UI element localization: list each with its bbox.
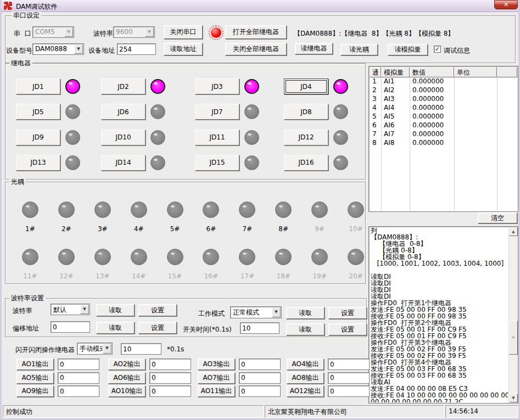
model-label: 设备型号: [6, 46, 32, 55]
work-mode-select[interactable]: 正常模式 ▼: [230, 306, 282, 318]
relay-cell: JD7: [195, 104, 284, 129]
log-scrollbar[interactable]: ▲ ≡ ▼: [508, 227, 517, 402]
relay-button[interactable]: JD10: [101, 130, 146, 145]
relay-button[interactable]: JD14: [101, 155, 146, 171]
ao-value-input[interactable]: [58, 372, 99, 384]
table-row: 7 AI7 0.000000: [370, 130, 517, 139]
ao-output-button[interactable]: AO1输出: [16, 359, 54, 370]
cell-name: AI2: [381, 86, 410, 95]
ao-value-input[interactable]: [239, 359, 281, 370]
status-time: 14:56:14: [445, 405, 518, 418]
chevron-down-icon[interactable]: ▼: [145, 27, 154, 37]
scroll-up-icon[interactable]: ▲: [509, 227, 518, 236]
offset-addr-input[interactable]: [51, 321, 90, 333]
ao-output-button[interactable]: AO3输出: [198, 359, 235, 370]
switch-time-set-button[interactable]: 设置: [328, 323, 367, 335]
port-select[interactable]: COM5 ▼: [32, 26, 74, 38]
close-button[interactable]: ✕: [494, 0, 518, 9]
ao-value-input[interactable]: [328, 359, 370, 370]
scroll-down-icon[interactable]: ▼: [509, 394, 518, 402]
baud-select[interactable]: 9600 ▼: [113, 26, 155, 38]
ao-output-button[interactable]: AO4输出: [287, 359, 324, 370]
opto-cell: 15#: [157, 249, 193, 296]
log-line: [371, 267, 508, 273]
work-mode-read-button[interactable]: 读取: [286, 307, 325, 319]
offset-set-button[interactable]: 设置: [138, 322, 177, 334]
relay-button[interactable]: JD12: [284, 130, 328, 145]
ao-value-input[interactable]: [149, 372, 191, 384]
chevron-down-icon[interactable]: ▼: [272, 307, 281, 317]
ao-output-button[interactable]: AO8输出: [287, 372, 324, 384]
table-row: 3 AI3 0.000000: [370, 95, 517, 104]
opto-led-icon: [348, 249, 364, 265]
debug-info-checkbox[interactable]: ✓: [434, 46, 441, 53]
debug-info-label: 调试信息: [444, 46, 470, 55]
offset-read-button[interactable]: 读取: [96, 322, 135, 334]
ao-output-button[interactable]: AO10输出: [108, 385, 146, 397]
clear-log-button[interactable]: 清空: [478, 212, 517, 223]
relay-led-icon: [333, 155, 348, 170]
opto-cell: 14#: [121, 249, 157, 296]
model-select[interactable]: DAM0888 ▼: [32, 43, 84, 55]
chevron-down-icon[interactable]: ▼: [80, 305, 89, 314]
close-port-button[interactable]: 关闭串口: [164, 25, 203, 39]
close-all-relays-button[interactable]: 关闭全部继电器: [225, 43, 287, 55]
ao-output-button[interactable]: AO7输出: [198, 372, 235, 384]
relay-button[interactable]: JD11: [195, 130, 239, 145]
relay-button[interactable]: JD9: [16, 130, 60, 145]
device-addr-input[interactable]: [117, 43, 156, 55]
relay-button[interactable]: JD15: [195, 155, 239, 171]
flash-mode-select[interactable]: 手动模式 ▼: [77, 343, 113, 355]
ao-output-button[interactable]: AO6输出: [108, 372, 146, 384]
opto-label: 9#: [315, 225, 325, 233]
read-opto-button[interactable]: 读光耦: [340, 44, 378, 55]
relay-button[interactable]: JD8: [284, 104, 328, 120]
relay-button[interactable]: JD13: [16, 155, 60, 171]
relay-button[interactable]: JD4: [284, 79, 328, 94]
col-header-channel: 通: [370, 67, 381, 77]
ao-value-input[interactable]: [328, 385, 370, 397]
ao-value-input[interactable]: [58, 385, 99, 397]
chevron-down-icon[interactable]: ▼: [74, 44, 83, 54]
relay-button[interactable]: JD5: [16, 104, 60, 120]
ao-output-button[interactable]: AO2输出: [108, 359, 146, 370]
chevron-down-icon[interactable]: ▼: [64, 27, 73, 37]
ao-value-input[interactable]: [239, 385, 281, 397]
ao-value-input[interactable]: [239, 372, 281, 384]
relay-button[interactable]: JD3: [195, 79, 239, 94]
opto-led-icon: [167, 249, 183, 265]
cell-unit: [454, 86, 497, 95]
ao-value-input[interactable]: [149, 385, 191, 397]
ao-output-button[interactable]: AO11输出: [198, 385, 235, 397]
serial-group-box: [5, 15, 516, 63]
baud-set-button[interactable]: 设置: [138, 304, 177, 316]
ao-value-input[interactable]: [149, 359, 191, 370]
serial-group-title: 串口设定: [12, 12, 41, 19]
relay-button[interactable]: JD7: [195, 104, 239, 120]
flash-time-input[interactable]: [121, 343, 161, 355]
relay-cell: JD9: [16, 130, 101, 155]
ao-output-button[interactable]: AO5输出: [16, 372, 54, 384]
ao-value-input[interactable]: [58, 359, 99, 370]
relay-button[interactable]: JD2: [101, 79, 146, 94]
cell-unit: [454, 121, 497, 130]
read-analog-button[interactable]: 读模拟量: [388, 44, 428, 55]
relay-button[interactable]: JD16: [284, 155, 328, 171]
baud-read-button[interactable]: 读取: [96, 304, 135, 316]
opto-label: 18#: [277, 272, 290, 280]
scrollbar-thumb[interactable]: ≡: [509, 321, 518, 355]
relay-button[interactable]: JD6: [101, 104, 146, 120]
relay-button[interactable]: JD1: [16, 79, 60, 94]
switch-time-read-button[interactable]: 读取: [286, 323, 325, 335]
ao-output-button[interactable]: AO12输出: [287, 385, 324, 397]
open-all-relays-button[interactable]: 打开全部继电器: [225, 25, 287, 39]
work-mode-set-button[interactable]: 设置: [328, 307, 367, 319]
read-addr-button[interactable]: 读取地址: [164, 43, 203, 55]
ao-output-button[interactable]: AO9输出: [16, 385, 54, 397]
baud-set-select[interactable]: 默认 ▼: [51, 304, 90, 315]
switch-time-input[interactable]: [240, 322, 279, 334]
chevron-down-icon[interactable]: ▼: [103, 344, 111, 354]
log-line: 读取DI: [371, 280, 508, 287]
read-relay-button[interactable]: 读继电器: [295, 43, 333, 54]
ao-value-input[interactable]: [328, 372, 370, 384]
